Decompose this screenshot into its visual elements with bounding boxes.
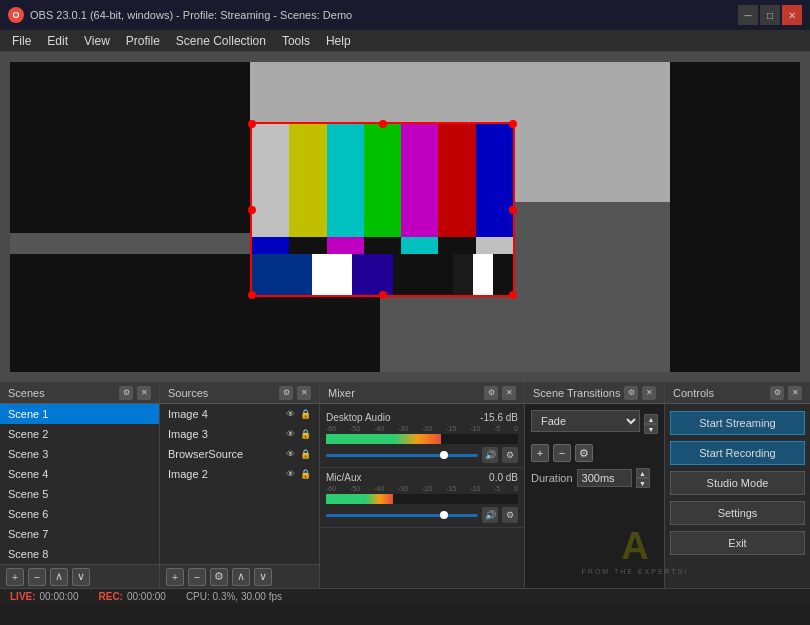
panels-container: Scenes ⚙ ✕ Scene 1 Scene 2 Scene 3 Scene…	[0, 382, 810, 588]
scenes-down-button[interactable]: ∨	[72, 568, 90, 586]
start-streaming-button[interactable]: Start Streaming	[670, 411, 805, 435]
source-item-3[interactable]: BrowserSource 👁 🔒	[160, 444, 319, 464]
minimize-button[interactable]: ─	[738, 5, 758, 25]
source-item-2[interactable]: Image 3 👁 🔒	[160, 424, 319, 444]
transition-add-button[interactable]: +	[531, 444, 549, 462]
scenes-close-icon[interactable]: ✕	[137, 386, 151, 400]
studio-mode-button[interactable]: Studio Mode	[670, 471, 805, 495]
source-lock-icon-1[interactable]: 🔒	[299, 408, 311, 420]
smpte-bar	[252, 237, 289, 254]
selection-handle-ml[interactable]	[248, 206, 256, 214]
scene-item-4[interactable]: Scene 4	[0, 464, 159, 484]
menu-profile[interactable]: Profile	[118, 32, 168, 50]
controls-close-icon[interactable]: ✕	[788, 386, 802, 400]
scenes-up-button[interactable]: ∧	[50, 568, 68, 586]
scene-item-1[interactable]: Scene 1	[0, 404, 159, 424]
mixer-close-icon[interactable]: ✕	[502, 386, 516, 400]
controls-config-icon[interactable]: ⚙	[770, 386, 784, 400]
sources-config-icon[interactable]: ⚙	[279, 386, 293, 400]
status-rec: REC: 00:00:00	[99, 591, 166, 602]
mixer-panel-icons: ⚙ ✕	[484, 386, 516, 400]
transitions-close-icon[interactable]: ✕	[642, 386, 656, 400]
selection-handle-br[interactable]	[509, 291, 517, 299]
scene-item-7[interactable]: Scene 7	[0, 524, 159, 544]
scene-item-3[interactable]: Scene 3	[0, 444, 159, 464]
duration-up-spin[interactable]: ▲	[636, 468, 650, 478]
black-region-tl	[10, 62, 250, 233]
selection-handle-bm[interactable]	[379, 291, 387, 299]
close-button[interactable]: ✕	[782, 5, 802, 25]
mixer-controls-desktop: 🔊 ⚙	[326, 447, 518, 463]
smpte-bar	[252, 124, 289, 237]
smpte-bar	[493, 254, 513, 295]
sources-settings-button[interactable]: ⚙	[210, 568, 228, 586]
source-icons-4: 👁 🔒	[284, 468, 311, 480]
mixer-mute-mic[interactable]: 🔊	[482, 507, 498, 523]
sources-close-icon[interactable]: ✕	[297, 386, 311, 400]
scene-item-5[interactable]: Scene 5	[0, 484, 159, 504]
smpte-bar	[364, 124, 401, 237]
menu-view[interactable]: View	[76, 32, 118, 50]
scenes-config-icon[interactable]: ⚙	[119, 386, 133, 400]
watermark: A FROM THE EXPERTS!	[570, 515, 700, 585]
scene-item-8[interactable]: Scene 8	[0, 544, 159, 564]
live-time: 00:00:00	[40, 591, 79, 602]
menu-bar: File Edit View Profile Scene Collection …	[0, 30, 810, 52]
menu-help[interactable]: Help	[318, 32, 359, 50]
mixer-slider-desktop[interactable]	[326, 454, 478, 457]
smpte-bar	[453, 254, 473, 295]
transitions-config-icon[interactable]: ⚙	[624, 386, 638, 400]
duration-down-spin[interactable]: ▼	[636, 478, 650, 488]
mixer-mute-desktop[interactable]: 🔊	[482, 447, 498, 463]
mixer-channel-name-desktop: Desktop Audio	[326, 412, 391, 423]
transition-down-spin[interactable]: ▼	[644, 424, 658, 434]
scenes-remove-button[interactable]: −	[28, 568, 46, 586]
source-eye-icon-3[interactable]: 👁	[284, 448, 296, 460]
scenes-panel: Scenes ⚙ ✕ Scene 1 Scene 2 Scene 3 Scene…	[0, 382, 160, 588]
source-eye-icon-1[interactable]: 👁	[284, 408, 296, 420]
scene-item-6[interactable]: Scene 6	[0, 504, 159, 524]
volume-marks-mic: -60 -50 -40 -30 -20 -15 -10 -5 0	[326, 485, 518, 492]
selection-handle-bl[interactable]	[248, 291, 256, 299]
transition-settings-button[interactable]: ⚙	[575, 444, 593, 462]
menu-file[interactable]: File	[4, 32, 39, 50]
selection-handle-tm[interactable]	[379, 120, 387, 128]
source-eye-icon-4[interactable]: 👁	[284, 468, 296, 480]
mixer-config-icon[interactable]: ⚙	[484, 386, 498, 400]
mixer-slider-mic[interactable]	[326, 514, 478, 517]
status-cpu: CPU: 0.3%, 30.00 fps	[186, 591, 282, 602]
sources-add-button[interactable]: +	[166, 568, 184, 586]
source-lock-icon-4[interactable]: 🔒	[299, 468, 311, 480]
mixer-settings-mic[interactable]: ⚙	[502, 507, 518, 523]
sources-down-button[interactable]: ∨	[254, 568, 272, 586]
source-lock-icon-2[interactable]: 🔒	[299, 428, 311, 440]
transition-remove-button[interactable]: −	[553, 444, 571, 462]
selection-handle-mr[interactable]	[509, 206, 517, 214]
source-eye-icon-2[interactable]: 👁	[284, 428, 296, 440]
scenes-add-button[interactable]: +	[6, 568, 24, 586]
source-item-1[interactable]: Image 4 👁 🔒	[160, 404, 319, 424]
source-item-4[interactable]: Image 2 👁 🔒	[160, 464, 319, 484]
transition-up-spin[interactable]: ▲	[644, 414, 658, 424]
transition-type-select[interactable]: Fade Cut Swipe	[531, 410, 640, 432]
scenes-header-label: Scenes	[8, 387, 45, 399]
sources-panel: Sources ⚙ ✕ Image 4 👁 🔒 Image 3	[160, 382, 320, 588]
menu-tools[interactable]: Tools	[274, 32, 318, 50]
maximize-button[interactable]: □	[760, 5, 780, 25]
source-lock-icon-3[interactable]: 🔒	[299, 448, 311, 460]
sources-remove-button[interactable]: −	[188, 568, 206, 586]
source-name-1: Image 4	[168, 408, 208, 420]
duration-input[interactable]	[577, 469, 632, 487]
sources-up-button[interactable]: ∧	[232, 568, 250, 586]
smpte-bar	[401, 124, 438, 237]
scene-item-2[interactable]: Scene 2	[0, 424, 159, 444]
selection-handle-tl[interactable]	[248, 120, 256, 128]
selection-handle-tr[interactable]	[509, 120, 517, 128]
duration-spin-controls: ▲ ▼	[636, 468, 650, 488]
mixer-settings-desktop[interactable]: ⚙	[502, 447, 518, 463]
menu-scene-collection[interactable]: Scene Collection	[168, 32, 274, 50]
menu-edit[interactable]: Edit	[39, 32, 76, 50]
mixer-db-desktop: -15.6 dB	[480, 412, 518, 423]
mixer-thumb-mic	[440, 511, 448, 519]
start-recording-button[interactable]: Start Recording	[670, 441, 805, 465]
